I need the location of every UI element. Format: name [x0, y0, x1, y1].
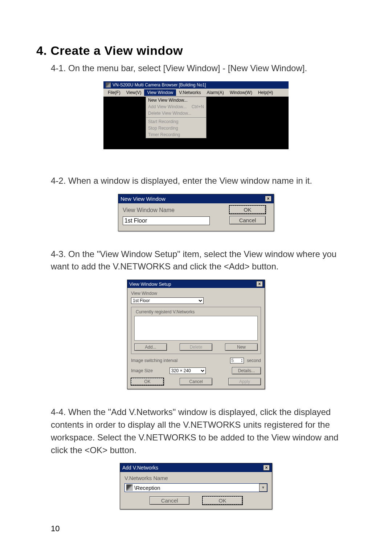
menu-vnetworks[interactable]: V.Networks	[176, 89, 204, 96]
menu-help[interactable]: Help(H)	[255, 89, 276, 96]
new-view-window-dialog: New View Window × View Window Name OK Ca…	[118, 194, 274, 231]
cancel-button[interactable]: Cancel	[180, 378, 212, 385]
window-titlebar: VN-S200U Multi Camera Browser [Building …	[103, 81, 289, 89]
dialog-title: New View Window	[121, 196, 166, 202]
image-size-label: Image Size	[131, 368, 153, 373]
menu-item-add-view-window[interactable]: Add View Window... Ctrl+N	[146, 103, 206, 110]
cancel-button[interactable]: Cancel	[150, 496, 189, 505]
apply-button[interactable]: Apply	[228, 378, 261, 385]
menu-separator	[146, 117, 206, 118]
menu-item-label: Timer Recording	[148, 132, 180, 137]
view-window-select[interactable]: 1st Floor	[131, 297, 204, 304]
app-icon	[106, 82, 111, 88]
app-body-blank	[103, 138, 289, 149]
window-title: VN-S200U Multi Camera Browser [Building …	[113, 82, 206, 88]
step-4-3: 4-3. On the "View Window Setup" item, se…	[51, 248, 356, 273]
page-number: 10	[51, 524, 356, 533]
figure-add-vnetworks: Add V.Networks × V.Networks Name \Recept…	[36, 463, 356, 509]
close-icon[interactable]: ×	[265, 196, 271, 202]
registered-vnetworks-group: Currently registerd V.Networks Add... De…	[131, 307, 261, 354]
view-window-setup-dialog: View Window Setup × View Window 1st Floo…	[127, 280, 265, 389]
menu-alarm[interactable]: Alarm(A)	[204, 89, 227, 96]
menu-item-start-recording[interactable]: Start Recording	[146, 118, 206, 125]
switch-interval-stepper[interactable]: 5 ▲▼	[230, 358, 244, 363]
delete-button[interactable]: Delete	[180, 343, 212, 351]
ok-button[interactable]: OK	[131, 378, 164, 385]
menu-item-label: Add View Window...	[148, 104, 187, 109]
registered-vnetworks-list[interactable]	[134, 316, 258, 341]
menu-item-stop-recording[interactable]: Stop Recording	[146, 125, 206, 131]
image-size-select[interactable]: 320 × 240	[170, 367, 206, 374]
close-icon[interactable]: ×	[263, 465, 270, 471]
step-4-4: 4-4. When the "Add V.Networks" window is…	[51, 406, 356, 456]
menu-view[interactable]: View(V)	[123, 89, 144, 96]
ok-button[interactable]: OK	[229, 206, 266, 214]
menu-item-label: Start Recording	[148, 119, 178, 124]
close-icon[interactable]: ×	[256, 281, 263, 287]
dialog-title: Add V.Networks	[122, 465, 158, 471]
menu-item-timer-recording[interactable]: Timer Recording	[146, 131, 206, 138]
menubar[interactable]: File(F) View(V) View Window V.Networks A…	[103, 89, 289, 97]
vnetworks-name-value: \Reception	[134, 485, 259, 491]
chevron-down-icon[interactable]: ▼	[259, 484, 267, 492]
details-button[interactable]: Details...	[232, 367, 261, 374]
figure-name-dialog: New View Window × View Window Name OK Ca…	[36, 194, 356, 231]
menu-dropdown: New View Window... Add View Window... Ct…	[146, 97, 207, 138]
figure-menubar: VN-S200U Multi Camera Browser [Building …	[36, 81, 356, 149]
menu-item-label: New View Window...	[148, 98, 188, 103]
group-title: Currently registerd V.Networks	[134, 309, 196, 314]
menu-item-label: Delete View Window...	[148, 111, 191, 116]
cancel-button[interactable]: Cancel	[229, 216, 266, 224]
camera-icon	[126, 484, 133, 491]
dialog-titlebar: New View Window ×	[118, 194, 274, 203]
new-button[interactable]: New	[225, 343, 258, 351]
figure-view-window-setup: View Window Setup × View Window 1st Floo…	[36, 280, 356, 389]
dialog-title: View Window Setup	[129, 281, 171, 287]
dialog-titlebar: Add V.Networks ×	[120, 463, 272, 472]
vnetworks-name-combo[interactable]: \Reception ▼	[124, 483, 268, 492]
stepper-arrows-icon[interactable]: ▲▼	[241, 358, 243, 363]
dialog-titlebar: View Window Setup ×	[127, 280, 265, 288]
add-vnetworks-dialog: Add V.Networks × V.Networks Name \Recept…	[120, 463, 272, 509]
switch-interval-unit: second	[247, 358, 261, 363]
ok-button[interactable]: OK	[203, 496, 242, 505]
menu-item-label: Stop Recording	[148, 126, 178, 131]
menu-item-new-view-window[interactable]: New View Window...	[146, 97, 206, 103]
step-4-2: 4-2. When a window is displayed, enter t…	[51, 175, 356, 187]
menu-item-shortcut: Ctrl+N	[192, 104, 204, 109]
section-title: 4. Create a View window	[36, 44, 356, 58]
menu-file[interactable]: File(F)	[105, 89, 123, 96]
menu-window[interactable]: Window(W)	[227, 89, 255, 96]
view-window-label: View Window	[131, 291, 261, 296]
menu-item-delete-view-window[interactable]: Delete View Window...	[146, 110, 206, 117]
vnetworks-name-label: V.Networks Name	[124, 475, 268, 481]
app-window: VN-S200U Multi Camera Browser [Building …	[103, 81, 289, 149]
view-window-name-input[interactable]	[123, 216, 210, 225]
switch-interval-label: Image switching interval	[131, 358, 177, 363]
step-4-1: 4-1. On the menu bar, select [View Windo…	[51, 62, 356, 75]
menu-view-window[interactable]: View Window	[144, 89, 176, 96]
view-window-name-label: View Window Name	[123, 207, 226, 214]
switch-interval-value: 5	[231, 358, 234, 363]
add-button[interactable]: Add...	[134, 343, 167, 351]
